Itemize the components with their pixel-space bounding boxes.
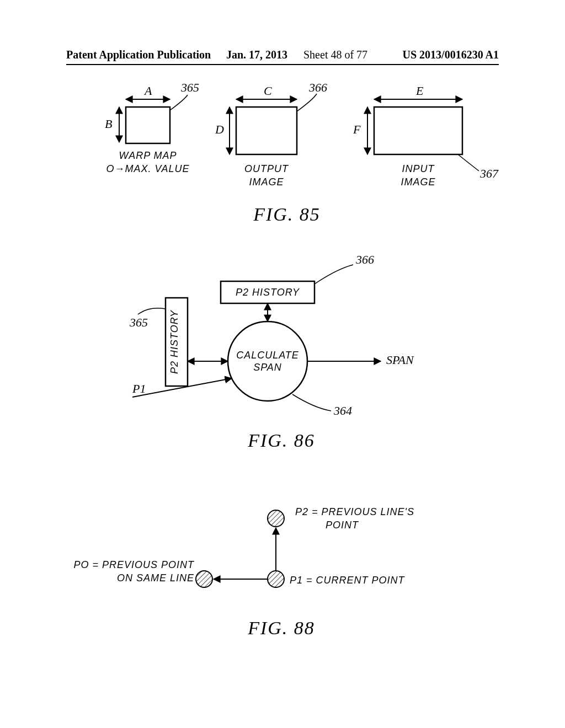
svg-line-11 xyxy=(132,378,232,397)
header-left: Patent Application Publication xyxy=(66,49,211,61)
span-label: SPAN xyxy=(386,353,414,367)
header-sheet: Sheet 48 of 77 xyxy=(303,49,367,61)
fig-86: P2 HISTORY 366 P2 HISTORY 365 CALCULATE … xyxy=(110,254,463,452)
output-image-block: C D 366 OUTPUT IMAGE xyxy=(215,81,327,188)
p2-node xyxy=(268,510,284,527)
fig88-label: FIG. 88 xyxy=(247,618,315,638)
p2-history-top-text: P2 HISTORY xyxy=(236,287,300,298)
p2-label-l2: POINT xyxy=(326,520,359,531)
p1-label: P1 xyxy=(132,382,146,395)
p0-label-l2: ON SAME LINE xyxy=(117,572,194,584)
fig-88: P2 = PREVIOUS LINE'S POINT PO = PREVIOUS… xyxy=(99,491,475,662)
label-a: A xyxy=(143,84,152,98)
label-e: E xyxy=(415,84,424,98)
fig86-label: FIG. 86 xyxy=(247,430,315,451)
label-b: B xyxy=(105,117,112,131)
calc-span-l1: CALCULATE xyxy=(236,350,299,361)
ref-364: 364 xyxy=(333,404,352,417)
ref-367: 367 xyxy=(479,167,499,180)
p1-node xyxy=(268,571,284,587)
output-caption-l1: OUTPUT xyxy=(244,163,289,174)
ref-366b: 366 xyxy=(355,253,374,266)
fig85-label: FIG. 85 xyxy=(253,204,321,224)
input-caption-l1: INPUT xyxy=(402,163,435,174)
header-date: Jan. 17, 2013 xyxy=(226,49,287,61)
p0-node xyxy=(196,571,212,587)
calculate-span-circle xyxy=(228,322,307,401)
ref-365: 365 xyxy=(180,81,199,94)
svg-rect-5 xyxy=(236,107,297,154)
header-pubno: US 2013/0016230 A1 xyxy=(403,49,499,61)
p2-label-l1: P2 = PREVIOUS LINE'S xyxy=(295,506,414,517)
header-rule xyxy=(66,64,499,65)
svg-rect-2 xyxy=(126,107,170,143)
input-image-block: E F 367 INPUT IMAGE xyxy=(353,84,499,188)
p0-label-l1: PO = PREVIOUS POINT xyxy=(73,559,195,570)
page: Patent Application Publication Jan. 17, … xyxy=(0,0,565,728)
input-caption-l2: IMAGE xyxy=(401,176,435,188)
ref-366: 366 xyxy=(308,81,327,94)
calc-span-l2: SPAN xyxy=(253,362,282,373)
p1-label-text: P1 = CURRENT POINT xyxy=(290,575,406,586)
ref-365b: 365 xyxy=(129,315,148,329)
warp-map-block: A B 365 WARP MAP O→MAX. VALUE xyxy=(105,81,199,174)
label-d: D xyxy=(215,122,224,136)
svg-rect-8 xyxy=(374,107,462,154)
warp-caption2: O→MAX. VALUE xyxy=(106,163,190,174)
label-c: C xyxy=(264,84,272,98)
warp-caption1: WARP MAP xyxy=(119,150,177,161)
label-f: F xyxy=(353,122,361,136)
output-caption-l2: IMAGE xyxy=(249,176,284,188)
p2-history-side-text: P2 HISTORY xyxy=(169,309,180,374)
fig-85: A B 365 WARP MAP O→MAX. VALUE C D xyxy=(83,83,502,232)
